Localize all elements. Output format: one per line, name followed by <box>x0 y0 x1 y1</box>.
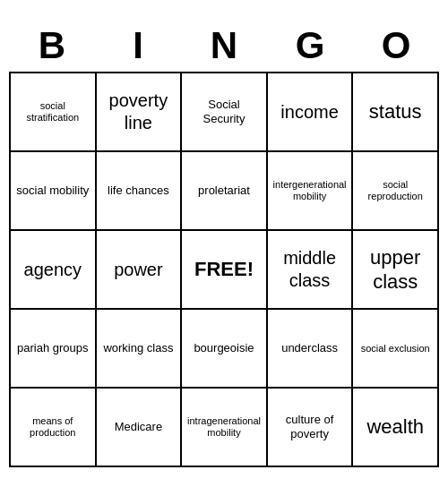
bingo-cell: FREE! <box>182 231 268 310</box>
cell-text: social stratification <box>14 100 91 124</box>
cell-text: Medicare <box>115 420 162 434</box>
bingo-cell: middle class <box>268 231 354 310</box>
bingo-cell: agency <box>11 231 97 310</box>
cell-text: proletariat <box>198 184 250 198</box>
cell-text: working class <box>103 341 173 355</box>
bingo-grid: social stratificationpoverty lineSocial … <box>9 72 439 467</box>
cell-text: Social Security <box>185 98 263 127</box>
cell-text: upper class <box>357 245 434 295</box>
cell-text: intergenerational mobility <box>271 179 349 202</box>
bingo-cell: social exclusion <box>353 310 439 389</box>
bingo-cell: proletariat <box>182 152 268 231</box>
bingo-cell: Medicare <box>97 389 183 467</box>
cell-text: underclass <box>281 341 338 355</box>
cell-text: means of production <box>14 415 91 439</box>
bingo-cell: working class <box>97 310 183 389</box>
cell-text: power <box>114 259 162 281</box>
bingo-cell: social mobility <box>11 152 97 231</box>
cell-text: status <box>369 99 422 124</box>
cell-text: wealth <box>366 414 424 440</box>
cell-text: intragenerational mobility <box>185 415 263 439</box>
cell-text: FREE! <box>194 257 254 282</box>
cell-text: social reproduction <box>357 179 434 202</box>
bingo-cell: upper class <box>353 231 439 310</box>
bingo-cell: means of production <box>11 389 97 467</box>
bingo-letter: N <box>181 20 267 72</box>
cell-text: social exclusion <box>361 343 430 355</box>
bingo-cell: social stratification <box>11 73 97 152</box>
bingo-cell: wealth <box>353 389 439 467</box>
bingo-cell: culture of poverty <box>268 389 354 467</box>
bingo-letter: G <box>267 20 353 72</box>
bingo-cell: Social Security <box>182 73 268 152</box>
bingo-cell: pariah groups <box>11 310 97 389</box>
cell-text: pariah groups <box>17 341 89 355</box>
cell-text: social mobility <box>16 184 89 198</box>
bingo-cell: bourgeoisie <box>182 310 268 389</box>
bingo-letter: B <box>9 20 95 72</box>
bingo-cell: life chances <box>97 152 183 231</box>
cell-text: income <box>280 101 338 124</box>
bingo-cell: poverty line <box>97 73 183 152</box>
bingo-cell: intragenerational mobility <box>182 389 268 467</box>
cell-text: life chances <box>108 184 169 198</box>
bingo-cell: power <box>97 231 183 310</box>
bingo-cell: intergenerational mobility <box>268 152 354 231</box>
bingo-letter: I <box>95 20 181 72</box>
bingo-cell: status <box>353 73 439 152</box>
cell-text: agency <box>24 259 82 281</box>
bingo-cell: income <box>268 73 354 152</box>
cell-text: poverty line <box>100 90 177 134</box>
cell-text: middle class <box>271 247 349 292</box>
bingo-header: BINGO <box>9 20 439 72</box>
bingo-cell: social reproduction <box>353 152 439 231</box>
bingo-cell: underclass <box>268 310 354 389</box>
bingo-letter: O <box>353 20 439 72</box>
cell-text: bourgeoisie <box>194 341 254 355</box>
bingo-card: BINGO social stratificationpoverty lineS… <box>9 20 439 467</box>
cell-text: culture of poverty <box>271 413 349 442</box>
